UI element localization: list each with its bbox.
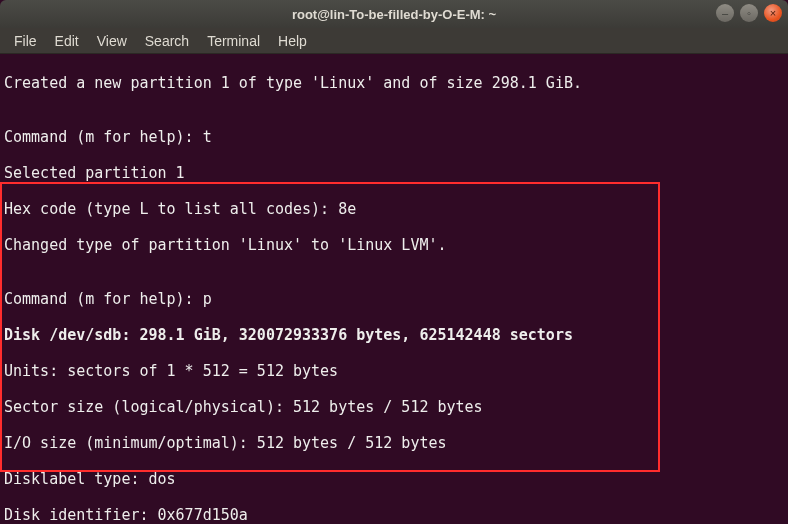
- term-line: Created a new partition 1 of type 'Linux…: [4, 74, 784, 92]
- term-line-bold: Disk /dev/sdb: 298.1 GiB, 320072933376 b…: [4, 326, 784, 344]
- term-line: Disk identifier: 0x677d150a: [4, 506, 784, 524]
- term-line: Changed type of partition 'Linux' to 'Li…: [4, 236, 784, 254]
- term-line: Hex code (type L to list all codes): 8e: [4, 200, 784, 218]
- close-button[interactable]: ×: [764, 4, 782, 22]
- menu-view[interactable]: View: [89, 31, 135, 51]
- window-controls: – ◦ ×: [716, 4, 782, 22]
- menu-edit[interactable]: Edit: [47, 31, 87, 51]
- term-line: Command (m for help): t: [4, 128, 784, 146]
- terminal-area[interactable]: Created a new partition 1 of type 'Linux…: [0, 54, 788, 524]
- maximize-button[interactable]: ◦: [740, 4, 758, 22]
- menu-bar: File Edit View Search Terminal Help: [0, 28, 788, 54]
- term-line: I/O size (minimum/optimal): 512 bytes / …: [4, 434, 784, 452]
- term-line: Selected partition 1: [4, 164, 784, 182]
- term-line: Sector size (logical/physical): 512 byte…: [4, 398, 784, 416]
- term-line: Units: sectors of 1 * 512 = 512 bytes: [4, 362, 784, 380]
- term-line: Command (m for help): p: [4, 290, 784, 308]
- menu-file[interactable]: File: [6, 31, 45, 51]
- term-line: Disklabel type: dos: [4, 470, 784, 488]
- menu-search[interactable]: Search: [137, 31, 197, 51]
- menu-terminal[interactable]: Terminal: [199, 31, 268, 51]
- window-titlebar: root@lin-To-be-filled-by-O-E-M: ~ – ◦ ×: [0, 0, 788, 28]
- menu-help[interactable]: Help: [270, 31, 315, 51]
- window-title: root@lin-To-be-filled-by-O-E-M: ~: [292, 7, 496, 22]
- minimize-button[interactable]: –: [716, 4, 734, 22]
